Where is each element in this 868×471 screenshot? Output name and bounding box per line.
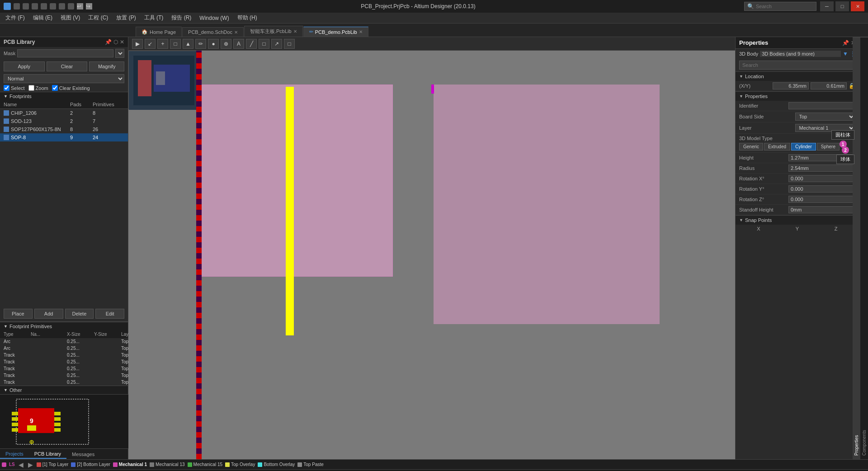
primitives-section-header[interactable]: ▼ Footprint Primitives: [0, 322, 128, 330]
canvas[interactable]: [128, 51, 735, 459]
properties-section-header[interactable]: ▼ Properties: [736, 91, 859, 101]
tool-circle[interactable]: ●: [208, 39, 219, 49]
tab-projects[interactable]: Projects: [0, 450, 29, 459]
footprints-section-header[interactable]: ▼ Footprints: [0, 92, 128, 100]
layer-top-overlay[interactable]: Top Overlay: [225, 462, 255, 467]
layer-bottom[interactable]: [2] Bottom Layer: [71, 462, 110, 467]
delete-button[interactable]: Delete: [65, 309, 94, 319]
tool-plus[interactable]: +: [157, 39, 168, 49]
rotation-y-input[interactable]: [788, 185, 855, 193]
tab-item-properties[interactable]: Properties: [853, 37, 860, 459]
clear-existing-checkbox-label[interactable]: Clear Existing: [52, 85, 90, 91]
undo-icon[interactable]: ↩: [77, 3, 83, 9]
menu-view[interactable]: 视图 (V): [57, 13, 84, 23]
model-type-generic[interactable]: Generic: [739, 143, 763, 151]
tool-arrow[interactable]: ↙: [145, 39, 156, 49]
radius-input[interactable]: [788, 165, 855, 172]
tab-pcblib2-close[interactable]: ✕: [359, 29, 363, 34]
rotation-z-input[interactable]: [788, 196, 855, 203]
select-checkbox[interactable]: [4, 85, 9, 91]
right-panel-pin[interactable]: 📌: [842, 40, 849, 46]
footprint-row-sod123[interactable]: SOD-123 2 7: [0, 117, 128, 125]
layer-nav-left[interactable]: ◀: [18, 461, 24, 468]
tab-pcblib1[interactable]: 智能车主板.PcbLib ✕: [244, 26, 303, 37]
zoom-checkbox[interactable]: [28, 85, 34, 91]
layer-top-paste[interactable]: Top Paste: [297, 462, 323, 467]
layer-top[interactable]: [1] Top Layer: [37, 462, 69, 467]
prim-row-2[interactable]: Track 0.25... Top...: [0, 352, 128, 358]
minimize-button[interactable]: ─: [820, 1, 834, 11]
mask-input[interactable]: [17, 49, 113, 57]
prop-search-input[interactable]: [739, 61, 855, 70]
tool-rect2[interactable]: □: [259, 39, 269, 49]
prim-row-5[interactable]: Track 0.25... Top...: [0, 372, 128, 379]
prim-row-6[interactable]: Track 0.25... Top...: [0, 379, 128, 386]
tool-text[interactable]: A: [233, 39, 244, 49]
prim-row-0[interactable]: Arc 0.25... Top...: [0, 338, 128, 345]
place-button[interactable]: Place: [4, 309, 33, 319]
close-button[interactable]: ✕: [851, 1, 864, 11]
layer-mechanical13[interactable]: Mechanical 13: [150, 462, 184, 467]
left-panel-close[interactable]: ✕: [120, 39, 124, 45]
prim-row-3[interactable]: Track 0.25... Top...: [0, 358, 128, 365]
tool-line[interactable]: ╱: [246, 39, 257, 49]
location-section-header[interactable]: ▼ Location: [736, 71, 859, 81]
tab-schematic[interactable]: PCB_demo.SchDoc ✕: [182, 27, 244, 37]
prim-row-4[interactable]: Track 0.25... Top...: [0, 365, 128, 372]
footprint-row-sop127[interactable]: SOP127P600X175-8N 8 26: [0, 125, 128, 133]
footprint-row-chip1206[interactable]: CHIP_1206 2 8: [0, 109, 128, 117]
select-checkbox-label[interactable]: Select: [4, 85, 25, 91]
tool-arrow2[interactable]: ↗: [271, 39, 282, 49]
menu-file[interactable]: 文件 (F): [2, 13, 28, 23]
menu-tools[interactable]: 工具 (T): [141, 13, 167, 23]
identifier-input[interactable]: [788, 102, 855, 109]
other-section-header[interactable]: ▼ Other: [0, 386, 128, 394]
standoff-height-input[interactable]: [788, 206, 855, 213]
tab-pcblib1-close[interactable]: ✕: [293, 29, 297, 34]
snap-points-section-header[interactable]: ▼ Snap Points: [736, 215, 859, 225]
board-side-select[interactable]: Top: [795, 113, 856, 121]
magnify-button[interactable]: Magnify: [89, 61, 124, 71]
rotation-x-input[interactable]: [788, 175, 855, 182]
normal-select[interactable]: Normal: [4, 74, 124, 83]
layer-mechanical1[interactable]: Mechanical 1: [113, 462, 147, 467]
tab-item-components[interactable]: Components: [860, 37, 868, 459]
tool-select[interactable]: ▶: [132, 39, 143, 49]
tool-cross[interactable]: ⊕: [221, 39, 231, 49]
left-panel-pin[interactable]: 📌: [105, 39, 112, 45]
prim-row-1[interactable]: Arc 0.25... Top...: [0, 345, 128, 352]
clear-button[interactable]: Clear: [47, 61, 88, 71]
model-type-extruded[interactable]: Extruded: [764, 143, 790, 151]
tab-messages[interactable]: Messages: [66, 450, 100, 458]
layer-nav-right[interactable]: ▶: [27, 461, 34, 468]
layer-mechanical15[interactable]: Mechanical 15: [188, 462, 222, 467]
menu-window[interactable]: Window (W): [196, 14, 232, 22]
tool-rect3[interactable]: □: [284, 39, 295, 49]
redo-icon[interactable]: ↪: [86, 3, 92, 9]
tab-homepage[interactable]: 🏠 Home Page: [136, 27, 182, 37]
menu-help[interactable]: 帮助 (H): [234, 13, 261, 23]
filter-icon[interactable]: ▼: [843, 51, 848, 57]
edit-button[interactable]: Edit: [95, 309, 124, 319]
clear-existing-checkbox[interactable]: [52, 85, 58, 91]
model-type-cylinder[interactable]: Cylinder: [791, 143, 816, 151]
tool-edit[interactable]: ✏: [195, 39, 206, 49]
footprint-row-sop8[interactable]: SOP-8 9 24: [0, 133, 128, 141]
tab-pcblibrary[interactable]: PCB Library: [29, 450, 66, 459]
left-panel-detach[interactable]: ⬡: [113, 39, 118, 45]
tool-tri[interactable]: ▲: [183, 39, 193, 49]
tab-pcblib2[interactable]: ✏ PCB_demo.PcbLib ✕: [303, 27, 368, 37]
x-value-input[interactable]: [773, 82, 809, 89]
y-value-input[interactable]: [811, 82, 847, 89]
add-button[interactable]: Add: [34, 309, 63, 319]
titlebar-search[interactable]: 🔍: [744, 2, 816, 11]
layer-bottom-overlay[interactable]: Bottom Overlay: [258, 462, 295, 467]
apply-button[interactable]: Apply: [4, 61, 45, 71]
maximize-button[interactable]: □: [835, 1, 849, 11]
menu-edit[interactable]: 编辑 (E): [29, 13, 56, 23]
menu-project[interactable]: 工程 (C): [85, 13, 112, 23]
mask-dropdown[interactable]: [115, 49, 124, 58]
titlebar-search-input[interactable]: [756, 4, 801, 9]
zoom-checkbox-label[interactable]: Zoom: [28, 85, 48, 91]
menu-place[interactable]: 放置 (P): [113, 13, 139, 23]
